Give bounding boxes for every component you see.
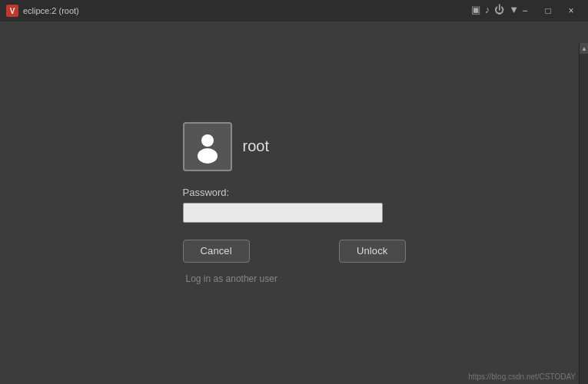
- avatar-icon: [191, 130, 224, 164]
- monitor-icon[interactable]: ▣: [471, 4, 480, 15]
- power-icon[interactable]: ⏻: [494, 4, 504, 15]
- close-button[interactable]: ×: [560, 2, 582, 19]
- svg-point-1: [198, 148, 218, 164]
- titlebar-left: V eclipce:2 (root): [6, 5, 79, 17]
- password-input[interactable]: [183, 203, 383, 223]
- password-label: Password:: [183, 187, 230, 198]
- lock-dialog: root Password: Cancel Unlock Log in as a…: [183, 122, 406, 284]
- cancel-button[interactable]: Cancel: [183, 240, 250, 263]
- log-as-another-link[interactable]: Log in as another user: [186, 273, 277, 284]
- app-icon-label: V: [10, 7, 15, 15]
- svg-point-0: [201, 134, 214, 147]
- user-row: root: [183, 122, 269, 171]
- system-tray: ▣ ♪ ⏻ ▼: [471, 4, 519, 15]
- scrollbar[interactable]: ▲ ▼: [579, 43, 588, 384]
- username-label: root: [243, 137, 269, 155]
- avatar: [183, 122, 232, 171]
- scrollbar-up-button[interactable]: ▲: [580, 43, 588, 54]
- volume-icon[interactable]: ♪: [485, 4, 490, 15]
- window-controls: − □ ×: [514, 2, 582, 19]
- watermark: https://blog.csdn.net/CSTODAY: [468, 372, 576, 381]
- main-content: root Password: Cancel Unlock Log in as a…: [0, 22, 588, 384]
- app-icon: V: [6, 5, 18, 17]
- menu-icon[interactable]: ▼: [509, 4, 519, 15]
- button-row: Cancel Unlock: [183, 240, 406, 263]
- titlebar: V eclipce:2 (root) ▣ ♪ ⏻ ▼ − □ ×: [0, 0, 588, 22]
- maximize-button[interactable]: □: [537, 2, 559, 19]
- unlock-button[interactable]: Unlock: [339, 240, 406, 263]
- window-title: eclipce:2 (root): [23, 6, 79, 15]
